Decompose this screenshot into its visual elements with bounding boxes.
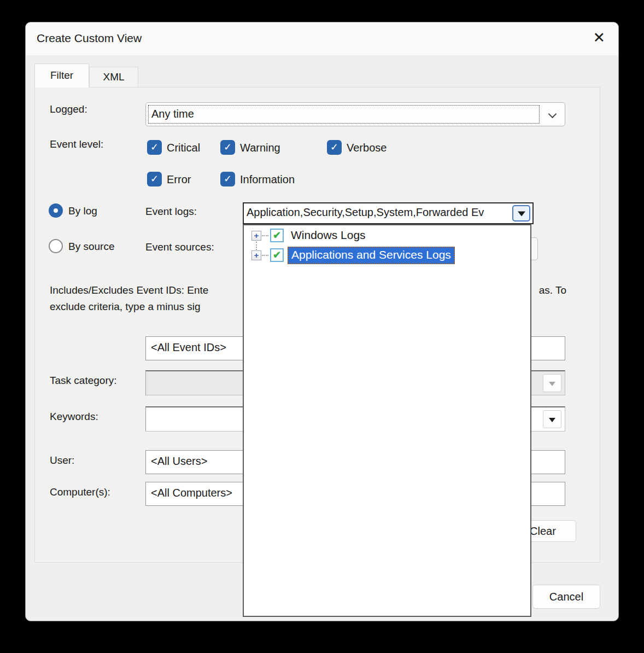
dropdown-arrow-button[interactable] bbox=[512, 205, 530, 221]
event-logs-combobox[interactable]: Application,Security,Setup,System,Forwar… bbox=[243, 202, 534, 224]
radio-by-source-label: By source bbox=[68, 241, 114, 253]
event-logs-dropdown-panel: + ✔ Windows Logs + ✔ Applications and Se… bbox=[243, 224, 531, 617]
ids-note-line1-left: Includes/Excludes Event IDs: Ente bbox=[50, 284, 208, 296]
logged-value: Any time bbox=[151, 108, 194, 120]
checkbox-warning-label: Warning bbox=[240, 142, 280, 154]
dropdown-arrow-icon bbox=[549, 417, 555, 422]
ids-note-line2: exclude criteria, type a minus sig bbox=[50, 301, 201, 313]
expand-plus-icon[interactable]: + bbox=[251, 231, 261, 241]
expand-plus-icon[interactable]: + bbox=[251, 250, 261, 260]
task-category-arrow-button bbox=[543, 374, 561, 392]
tab-filter[interactable]: Filter bbox=[34, 63, 89, 88]
tree-checkbox-windows-logs[interactable]: ✔ bbox=[270, 229, 284, 242]
tree-label-windows-logs[interactable]: Windows Logs bbox=[291, 229, 366, 242]
radio-by-source[interactable] bbox=[49, 239, 63, 253]
dialog-title: Create Custom View bbox=[37, 32, 142, 45]
radio-by-log[interactable] bbox=[49, 203, 63, 218]
screen-background: Create Custom View ✕ Filter XML Logged: … bbox=[0, 0, 644, 653]
keywords-arrow-button[interactable] bbox=[543, 410, 561, 428]
checkbox-information[interactable]: ✓ bbox=[220, 172, 235, 186]
event-sources-label: Event sources: bbox=[145, 241, 214, 253]
tree-checkbox-applications-services[interactable]: ✔ bbox=[270, 248, 284, 262]
computers-label: Computer(s): bbox=[50, 486, 110, 498]
event-logs-value: Application,Security,Setup,System,Forwar… bbox=[247, 206, 514, 219]
task-category-label: Task category: bbox=[50, 375, 117, 387]
checkbox-error[interactable]: ✓ bbox=[147, 172, 162, 186]
tree-row-applications-services[interactable]: + ✔ Applications and Services Logs bbox=[244, 246, 530, 265]
dropdown-arrow-icon bbox=[549, 381, 555, 386]
radio-by-log-label: By log bbox=[68, 205, 97, 217]
computers-value: <All Computers> bbox=[151, 487, 232, 499]
checkbox-information-label: Information bbox=[240, 173, 295, 186]
checkbox-critical-label: Critical bbox=[167, 142, 200, 154]
tree-label-applications-services[interactable]: Applications and Services Logs bbox=[288, 247, 455, 264]
checkbox-error-label: Error bbox=[167, 173, 191, 186]
close-icon[interactable]: ✕ bbox=[593, 29, 605, 46]
chevron-down-icon[interactable] bbox=[549, 111, 556, 118]
cancel-button[interactable]: Cancel bbox=[532, 585, 600, 609]
checkbox-verbose[interactable]: ✓ bbox=[327, 140, 342, 155]
event-level-label: Event level: bbox=[50, 138, 103, 150]
logged-label: Logged: bbox=[50, 103, 87, 115]
keywords-label: Keywords: bbox=[50, 411, 98, 423]
user-value: <All Users> bbox=[151, 455, 207, 468]
focus-rectangle bbox=[148, 105, 540, 124]
event-ids-value: <All Event IDs> bbox=[151, 341, 226, 354]
tab-xml[interactable]: XML bbox=[89, 67, 138, 88]
event-logs-label: Event logs: bbox=[145, 206, 197, 218]
logged-combobox[interactable]: Any time bbox=[145, 102, 565, 126]
tree-row-windows-logs[interactable]: + ✔ Windows Logs bbox=[244, 226, 530, 245]
create-custom-view-dialog: Create Custom View ✕ Filter XML Logged: … bbox=[25, 22, 619, 621]
checkbox-critical[interactable]: ✓ bbox=[147, 140, 162, 155]
tree-connector bbox=[262, 255, 268, 256]
tree-connector bbox=[262, 235, 268, 236]
dialog-titlebar[interactable]: Create Custom View ✕ bbox=[26, 22, 618, 55]
checkbox-warning[interactable]: ✓ bbox=[220, 140, 235, 155]
user-label: User: bbox=[50, 454, 74, 467]
dropdown-arrow-icon bbox=[518, 212, 525, 217]
checkbox-verbose-label: Verbose bbox=[347, 142, 387, 154]
